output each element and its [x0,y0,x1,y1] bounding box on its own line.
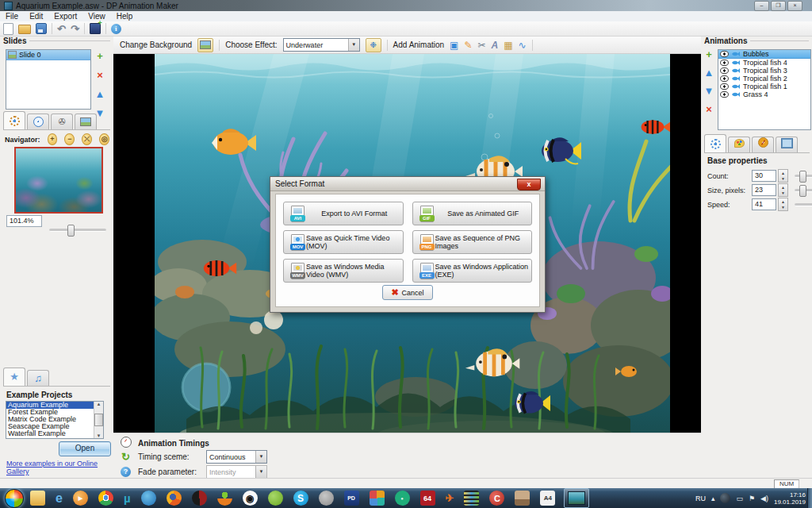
zoom-in-icon[interactable]: + [48,133,58,145]
project-item[interactable]: Aquarium Example [6,402,103,409]
maximize-button[interactable]: ❐ [771,1,786,11]
ccleaner-icon[interactable]: C [489,491,504,506]
slide-item[interactable]: Slide 0 [6,50,90,60]
firefox-icon[interactable] [167,491,182,506]
blue-drop-app-icon[interactable] [141,491,156,506]
speed-field[interactable]: 41 [752,198,776,210]
animation-item[interactable]: Grass 4 [718,90,810,98]
messenger-person-icon[interactable] [217,491,232,506]
menu-edit[interactable]: Edit [24,12,48,21]
info-icon[interactable]: i [111,24,121,34]
project-item[interactable]: Matrix Code Example [6,416,103,423]
show-desktop-button[interactable] [807,488,812,508]
export-movie-icon[interactable] [90,23,101,34]
help-icon[interactable]: ? [121,467,131,477]
close-button[interactable]: × [787,1,802,11]
zoom-slider[interactable] [49,229,106,232]
tab-speed[interactable] [752,137,774,152]
volume-icon[interactable]: ◀) [760,495,768,502]
save-file-icon[interactable] [36,23,47,34]
animation-item[interactable]: Tropical fish 2 [718,75,810,83]
speed-spinner[interactable]: ▲▼ [778,198,788,211]
film-editor-icon[interactable] [464,491,479,506]
cancel-button[interactable]: ✖ Cancel [382,285,433,300]
project-item[interactable]: Seascape Example [6,423,103,430]
zoom-slider-thumb[interactable] [67,225,75,237]
project-item[interactable]: Forest Example [6,409,103,416]
visibility-eye-icon[interactable] [720,67,729,74]
open-button[interactable]: Open [59,441,111,456]
add-image-animation-icon[interactable]: ▣ [450,39,458,52]
slides-list[interactable]: Slide 0 [6,49,91,110]
count-slider[interactable] [795,175,812,178]
delete-slide-button[interactable]: × [94,70,106,80]
visibility-eye-icon[interactable] [720,83,729,90]
explorer-icon[interactable] [30,491,45,506]
tab-colors[interactable] [728,137,750,152]
project-item[interactable]: Waterfall Example [6,430,103,437]
scroll-down-icon[interactable]: ▼ [97,433,102,438]
save-wmv-button[interactable]: WMV Save as Windows Media Video (WMV) [283,259,404,283]
example-projects-list[interactable]: Aquarium Example Forest Example Matrix C… [6,401,104,439]
redo-icon[interactable]: ↷ [71,24,79,34]
tab-timing[interactable] [27,114,49,129]
animation-item[interactable]: Tropical fish 4 [718,59,810,67]
move-animation-up-button[interactable]: ▲ [703,67,715,78]
green-hexagon-app-icon[interactable]: ● [395,491,410,506]
scissors-icon[interactable]: ✂ [478,39,486,52]
effect-dropdown[interactable]: Underwater ▼ [283,38,360,52]
tab-music[interactable]: ♫ [27,370,49,386]
add-text-animation-icon[interactable]: A [492,39,499,52]
tray-clock[interactable]: 17:16 19.01.2019 [774,491,806,506]
tab-base-properties[interactable] [704,134,726,152]
zoom-fit-icon[interactable]: ⤫ [82,133,92,145]
network-tray-icon[interactable]: ▭ [736,495,743,502]
export-avi-button[interactable]: AVI Export to AVI Format [283,202,404,225]
portrait-photo-icon[interactable] [515,491,530,506]
animation-item[interactable]: Tropical fish 1 [718,83,810,90]
media-player-icon[interactable]: ▶ [73,491,88,506]
move-animation-down-button[interactable]: ▼ [703,86,715,96]
language-indicator[interactable]: RU [695,495,706,502]
visibility-eye-icon[interactable] [720,60,729,66]
new-file-icon[interactable] [3,23,13,35]
save-exe-button[interactable]: EXE Save as Windows Application (EXE) [412,259,533,283]
steam-tray-icon[interactable] [720,493,730,503]
quad-color-app-icon[interactable] [370,491,385,506]
add-sprite-animation-icon[interactable]: ▦ [504,39,512,52]
visibility-eye-icon[interactable] [720,51,729,57]
projects-scrollbar[interactable]: ▲ ▼ [94,402,103,438]
scrollbar-thumb[interactable] [94,414,103,426]
zoom-actual-icon[interactable]: ◎ [99,133,109,145]
animations-list[interactable]: Bubbles Tropical fish 4 Tropical fish 3 … [718,49,811,130]
tab-camera[interactable]: ✇ [51,114,73,129]
internet-explorer-icon[interactable]: e [56,491,63,506]
pd-app-icon[interactable]: PD [344,491,359,506]
zoom-out-icon[interactable]: − [64,133,75,145]
visibility-eye-icon[interactable] [720,75,729,82]
navigator-thumbnail[interactable] [14,147,103,214]
move-slide-up-button[interactable]: ▲ [94,89,106,99]
minimize-button[interactable]: – [754,1,769,11]
xplane-icon[interactable]: ✈ [446,491,454,506]
count-field[interactable]: 30 [752,170,776,182]
shutter-player-icon[interactable] [192,491,207,506]
timing-scene-dropdown[interactable]: Continuous ▼ [206,450,267,464]
menu-file[interactable]: File [0,12,24,21]
add-brush-animation-icon[interactable]: ✎ [464,39,472,52]
utorrent-icon[interactable]: µ [124,491,131,506]
save-gif-button[interactable]: GIF Save as Animated GIF [412,202,533,225]
visibility-eye-icon[interactable] [720,91,729,98]
dialog-close-button[interactable]: x [517,179,541,190]
animation-item[interactable]: Tropical fish 3 [718,67,810,75]
chrome-icon[interactable] [98,491,113,506]
eye-app-icon[interactable]: ◉ [243,491,258,506]
aida64-icon[interactable]: 64 [420,491,435,506]
scroll-up-icon[interactable]: ▲ [97,402,102,406]
dropdown-arrow-icon[interactable]: ▼ [348,39,359,51]
green-circle-app-icon[interactable] [268,491,283,506]
size-field[interactable]: 23 [752,184,776,196]
save-mov-button[interactable]: MOV Save as Quick Time Video (MOV) [283,230,404,254]
action-center-flag-icon[interactable]: ⚑ [749,495,755,502]
menu-help[interactable]: Help [111,12,139,21]
